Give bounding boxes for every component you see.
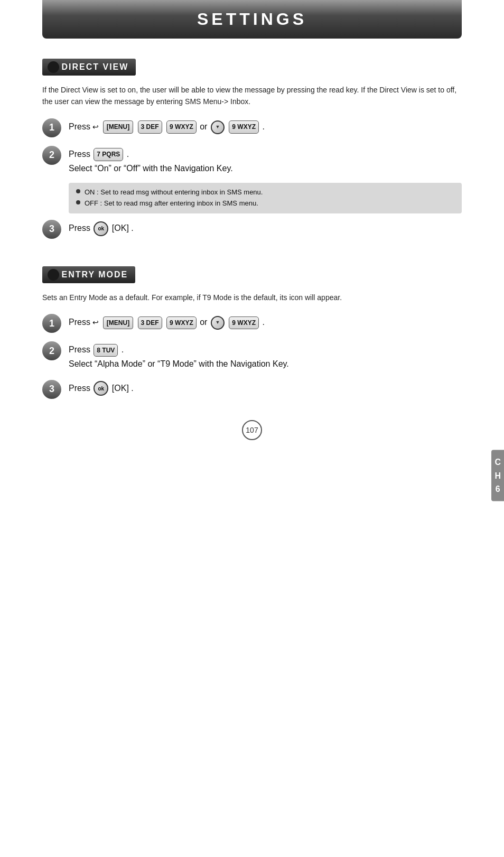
step-3-content: Press ok [OK] . (69, 219, 134, 236)
entry-mode-step-3: 3 Press ok [OK] . (42, 379, 462, 399)
em-step-3-suffix: . (131, 384, 133, 393)
direct-view-step-3: 3 Press ok [OK] . (42, 219, 462, 239)
info-on-text: ON : Set to read msg without entering in… (85, 187, 263, 198)
page-header: SETTINGS (0, 0, 504, 39)
key-7pqrs: 7 PQRS (94, 148, 123, 161)
step-number: 3 (49, 223, 54, 235)
side-tab-6: 6 (496, 482, 500, 496)
em-step-1-content: Press ↩ [MENU] 3 DEF 9 WXYZ or 9 WXYZ . (69, 313, 265, 330)
step-number: 1 (49, 318, 54, 329)
side-tab-h: H (494, 469, 501, 482)
main-content: DIRECT VIEW If the Direct View is set to… (0, 39, 504, 482)
or-text-1: or (200, 122, 207, 131)
step-1-press-label: Press (69, 122, 90, 131)
entry-mode-step-1: 1 Press ↩ [MENU] 3 DEF 9 WXYZ or 9 WXYZ … (42, 313, 462, 333)
section-label-entry-mode: ENTRY MODE (61, 270, 128, 280)
step-3-press-label: Press (69, 223, 90, 232)
step-1-suffix: . (262, 122, 264, 131)
step-number: 1 (49, 122, 54, 133)
em-step-2-press-label: Press (69, 345, 90, 354)
key-3def: 3 DEF (138, 120, 162, 133)
section-entry-mode: ENTRY MODE Sets an Entry Mode as a defau… (42, 266, 462, 399)
entry-mode-step-2: 2 Press 8 TUV . Select “Alpha Mode” or “… (42, 340, 462, 371)
info-item-off: OFF : Set to read msg after entering inb… (76, 198, 454, 209)
step-3-bracket: [OK] (112, 223, 129, 232)
step-number: 2 (49, 346, 54, 357)
menu-arrow-icon-2: ↩ (92, 316, 99, 329)
em-step-2-content: Press 8 TUV . Select “Alpha Mode” or “T9… (69, 340, 289, 371)
em-step-3-bracket: [OK] (112, 384, 129, 393)
menu-key: [MENU] (103, 120, 133, 133)
info-off-text: OFF : Set to read msg after entering inb… (85, 198, 258, 209)
or-text-2: or (200, 318, 207, 327)
direct-view-info-box: ON : Set to read msg without entering in… (69, 183, 462, 213)
info-item-on: ON : Set to read msg without entering in… (76, 187, 454, 198)
em-step-2-extra: Select “Alpha Mode” or “T9 Mode” with th… (69, 359, 289, 368)
em-key-3def: 3 DEF (138, 316, 162, 329)
section-direct-view: DIRECT VIEW If the Direct View is set to… (42, 59, 462, 239)
key-9wxyz-2: 9 WXYZ (229, 120, 259, 133)
section-dot-direct-view (48, 61, 59, 73)
key-9wxyz-1: 9 WXYZ (166, 120, 197, 133)
nav-icon-1 (211, 120, 225, 134)
bullet-icon (76, 200, 80, 204)
page-number: 107 (242, 420, 262, 440)
menu-arrow-icon: ↩ (92, 121, 99, 134)
section-heading-direct-view: DIRECT VIEW (42, 59, 462, 76)
step-number: 3 (49, 384, 54, 395)
direct-view-step-2: 2 Press 7 PQRS . Select “On” or “Off” wi… (42, 145, 462, 175)
direct-view-description: If the Direct View is set to on, the use… (42, 84, 462, 108)
section-label-direct-view: DIRECT VIEW (61, 62, 128, 72)
em-step-2-suffix: . (122, 345, 124, 354)
step-3-suffix: . (131, 223, 133, 232)
direct-view-step-1: 1 Press ↩ [MENU] 3 DEF 9 WXYZ or 9 WXYZ … (42, 117, 462, 137)
page-number-container: 107 (42, 420, 462, 440)
step-1-content: Press ↩ [MENU] 3 DEF 9 WXYZ or 9 WXYZ . (69, 117, 265, 134)
step-2-suffix: . (127, 150, 129, 159)
em-step-3-content: Press ok [OK] . (69, 379, 134, 396)
page-title: SETTINGS (197, 10, 307, 29)
em-step-1-suffix: . (262, 318, 264, 327)
ok-icon-2: ok (94, 381, 108, 396)
entry-mode-description: Sets an Entry Mode as a default. For exa… (42, 292, 462, 303)
side-tab: C H 6 (491, 450, 504, 501)
bullet-icon (76, 189, 80, 193)
step-number: 2 (49, 150, 54, 161)
em-key-9wxyz-1: 9 WXYZ (166, 316, 197, 329)
key-8tuv: 8 TUV (94, 344, 118, 357)
side-tab-c: C (494, 455, 501, 469)
step-2-press-label: Press (69, 150, 90, 159)
step-2-content: Press 7 PQRS . Select “On” or “Off” with… (69, 145, 233, 175)
em-menu-key: [MENU] (103, 316, 133, 329)
em-key-9wxyz-2: 9 WXYZ (229, 316, 259, 329)
nav-icon-2 (211, 316, 225, 330)
ok-icon: ok (94, 221, 108, 236)
section-heading-entry-mode: ENTRY MODE (42, 266, 462, 283)
em-step-1-press-label: Press (69, 318, 90, 327)
step-2-extra: Select “On” or “Off” with the Navigation… (69, 164, 233, 173)
em-step-3-press-label: Press (69, 384, 90, 393)
header-bar: SETTINGS (42, 0, 462, 39)
section-dot-entry-mode (48, 269, 59, 281)
